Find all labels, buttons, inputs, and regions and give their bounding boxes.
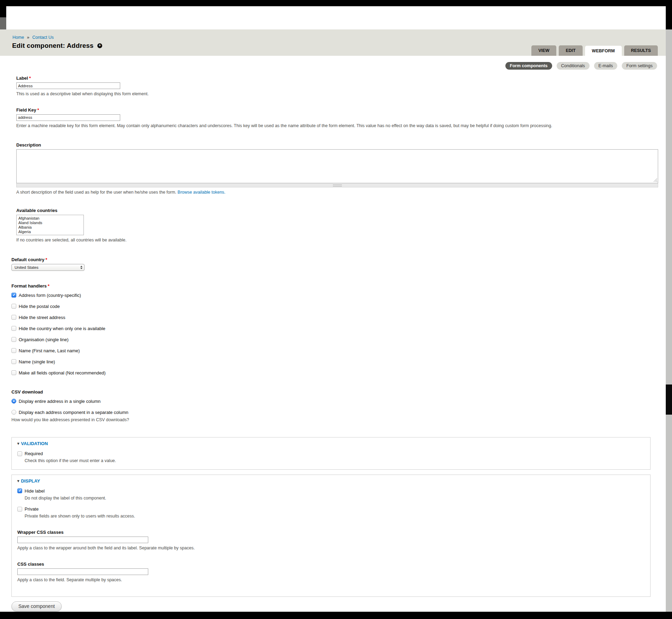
hide-label-help: Do not display the label of this compone… bbox=[25, 496, 645, 501]
format-handler-row: Name (First name, Last name) bbox=[11, 348, 658, 353]
format-handler-label: Hide the country when only one is availa… bbox=[19, 326, 105, 331]
csv-download-label: CSV download bbox=[11, 389, 658, 395]
format-handlers-label: Format handlers* bbox=[11, 283, 658, 289]
primary-tabs: VIEW EDIT WEBFORM RESULTS bbox=[531, 45, 658, 56]
label-field-group: Label* This is used as a descriptive lab… bbox=[16, 76, 658, 97]
tab-view[interactable]: VIEW bbox=[531, 45, 556, 56]
csv-option-label: Display entire address in a single colum… bbox=[19, 399, 100, 404]
add-shortcut-icon[interactable]: + bbox=[97, 43, 102, 48]
country-option[interactable]: Albania bbox=[17, 225, 83, 230]
description-help: A short description of the field used as… bbox=[16, 190, 658, 195]
country-option[interactable]: Afghanistan bbox=[17, 216, 83, 221]
description-label: Description bbox=[16, 142, 658, 148]
format-handler-row: Hide the country when only one is availa… bbox=[11, 326, 658, 331]
textarea-grippie-handle[interactable] bbox=[16, 183, 658, 187]
format-handler-label: Name (First name, Last name) bbox=[19, 348, 80, 353]
format-handler-checkbox[interactable] bbox=[11, 326, 16, 331]
collapse-arrow-icon: ▾ bbox=[17, 441, 19, 446]
validation-fieldset: ▾ VALIDATION Required Check this option … bbox=[11, 437, 651, 470]
format-handler-checkbox[interactable] bbox=[11, 315, 16, 320]
required-label: Required bbox=[25, 451, 43, 456]
wrapper-css-help: Apply a class to the wrapper around both… bbox=[17, 546, 645, 551]
default-country-value: United States bbox=[15, 265, 38, 269]
csv-option-row: Display entire address in a single colum… bbox=[11, 399, 658, 404]
scrollbar-thumb[interactable] bbox=[666, 384, 672, 415]
private-row: Private bbox=[17, 506, 645, 512]
format-handler-label: Hide the street address bbox=[19, 315, 65, 320]
hide-label-checkbox[interactable] bbox=[17, 488, 22, 493]
csv-download-group: CSV download Display entire address in a… bbox=[11, 389, 658, 423]
page-title: Edit component: Address bbox=[12, 42, 94, 50]
browse-tokens-link[interactable]: Browse available tokens. bbox=[178, 190, 226, 195]
field-key-input[interactable] bbox=[16, 114, 120, 121]
save-component-button[interactable]: Save component bbox=[11, 601, 62, 611]
top-letterbox-bar bbox=[0, 0, 672, 6]
required-marker: * bbox=[45, 257, 47, 262]
breadcrumb-separator: » bbox=[27, 35, 29, 40]
format-handlers-group: Format handlers* Address form (country-s… bbox=[11, 283, 658, 375]
available-countries-help: If no countries are selected, all countr… bbox=[16, 238, 658, 243]
format-handler-checkbox[interactable] bbox=[11, 370, 16, 375]
hide-label-label: Hide label bbox=[25, 488, 45, 494]
format-handler-row: Hide the postal code bbox=[11, 304, 658, 309]
format-handler-checkbox[interactable] bbox=[11, 359, 16, 364]
webform-component-edit-page: Home » Contact Us Edit component: Addres… bbox=[0, 0, 672, 619]
tab-edit[interactable]: EDIT bbox=[559, 45, 582, 56]
bottom-letterbox-bar bbox=[0, 612, 672, 619]
display-legend[interactable]: ▾ DISPLAY bbox=[17, 478, 645, 484]
format-handler-checkbox[interactable] bbox=[11, 304, 16, 309]
css-classes-label: CSS classes bbox=[17, 561, 645, 567]
format-handler-checkbox[interactable] bbox=[11, 337, 16, 342]
format-handler-row: Address form (country-specific) bbox=[11, 293, 658, 298]
label-input[interactable] bbox=[16, 82, 120, 89]
csv-single-column-radio[interactable] bbox=[11, 399, 16, 404]
private-label: Private bbox=[25, 506, 38, 512]
available-countries-listbox[interactable]: Afghanistan Aland Islands Albania Algeri… bbox=[16, 215, 84, 235]
tab-results[interactable]: RESULTS bbox=[624, 45, 658, 56]
default-country-label: Default country* bbox=[11, 257, 658, 262]
country-option[interactable]: Aland Islands bbox=[17, 221, 83, 225]
format-handler-checkbox[interactable] bbox=[11, 348, 16, 353]
breadcrumb-contact-us-link[interactable]: Contact Us bbox=[32, 35, 54, 40]
page-header: Home » Contact Us Edit component: Addres… bbox=[0, 29, 666, 56]
format-handler-label: Make all fields optional (Not recommende… bbox=[19, 370, 106, 375]
right-scrollbar-track bbox=[666, 6, 672, 612]
default-country-select[interactable]: United States bbox=[11, 264, 85, 271]
default-country-group: Default country* United States bbox=[11, 257, 658, 271]
select-stepper-icon bbox=[79, 265, 84, 270]
format-handler-label: Address form (country-specific) bbox=[19, 293, 81, 298]
csv-option-row: Display each address component in a sepa… bbox=[11, 410, 658, 415]
description-textarea[interactable] bbox=[16, 149, 658, 183]
available-countries-label: Available countries bbox=[16, 208, 658, 213]
wrapper-css-input[interactable] bbox=[17, 537, 148, 543]
collapse-arrow-icon: ▾ bbox=[17, 479, 19, 483]
available-countries-group: Available countries Afghanistan Aland Is… bbox=[16, 208, 658, 243]
required-help: Check this option if the user must enter… bbox=[25, 458, 645, 464]
csv-separate-columns-radio[interactable] bbox=[11, 410, 16, 415]
css-classes-input[interactable] bbox=[17, 568, 148, 575]
field-key-group: Field Key* Enter a machine readable key … bbox=[16, 107, 658, 129]
description-group: Description A short description of the f… bbox=[16, 142, 658, 195]
validation-legend[interactable]: ▾ VALIDATION bbox=[17, 441, 645, 446]
country-option[interactable]: Algeria bbox=[17, 230, 83, 234]
required-marker: * bbox=[48, 283, 50, 289]
format-handler-row: Hide the street address bbox=[11, 315, 658, 320]
format-handler-checkbox[interactable] bbox=[11, 293, 16, 298]
component-edit-form: Label* This is used as a descriptive lab… bbox=[11, 56, 658, 611]
format-handler-row: Make all fields optional (Not recommende… bbox=[11, 370, 658, 375]
csv-option-label: Display each address component in a sepa… bbox=[19, 410, 129, 415]
breadcrumb-home-link[interactable]: Home bbox=[12, 35, 24, 40]
display-fieldset: ▾ DISPLAY Hide label Do not display the … bbox=[11, 475, 651, 597]
required-row: Required bbox=[17, 451, 645, 456]
format-handler-row: Organisation (single line) bbox=[11, 337, 658, 342]
left-edge-decoration bbox=[0, 17, 6, 29]
format-handler-label: Organisation (single line) bbox=[19, 337, 69, 342]
private-help: Private fields are shown only to users w… bbox=[25, 514, 645, 519]
private-checkbox[interactable] bbox=[17, 507, 22, 512]
required-checkbox[interactable] bbox=[17, 451, 22, 456]
left-edge-decoration bbox=[0, 6, 6, 17]
hide-label-row: Hide label bbox=[17, 488, 645, 494]
csv-download-help: How would you like addresses presented i… bbox=[11, 417, 658, 423]
format-handler-row: Name (single line) bbox=[11, 359, 658, 364]
required-marker: * bbox=[29, 76, 31, 81]
